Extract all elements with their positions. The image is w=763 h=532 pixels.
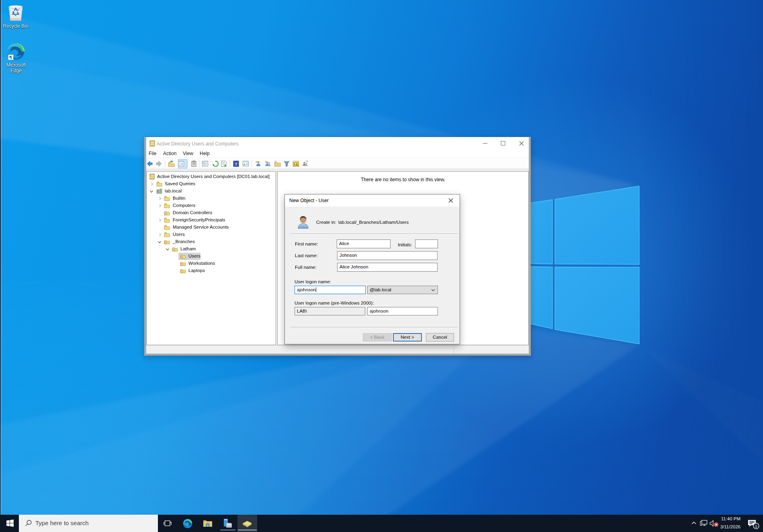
svg-text:?: ? [235,162,237,166]
svg-text:1: 1 [755,524,757,528]
